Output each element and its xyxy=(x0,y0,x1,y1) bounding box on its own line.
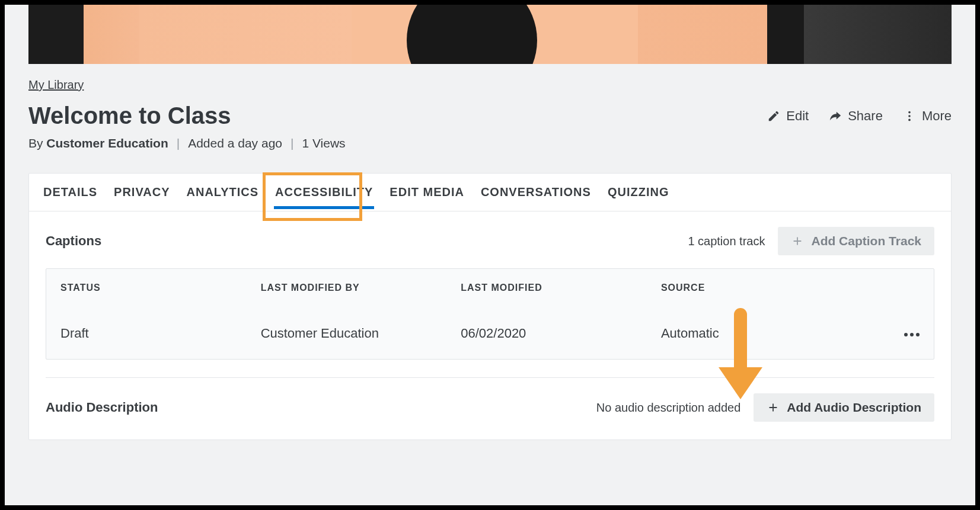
view-count: 1 Views xyxy=(302,136,345,150)
audio-description-heading: Audio Description xyxy=(46,400,158,415)
author-name: Customer Education xyxy=(46,136,168,150)
caption-track-count: 1 caption track xyxy=(688,235,765,248)
separator: | xyxy=(291,136,293,150)
svg-point-0 xyxy=(908,111,911,113)
col-modified-by: LAST MODIFIED BY xyxy=(261,283,461,293)
share-button[interactable]: Share xyxy=(829,108,883,124)
add-audio-description-button[interactable]: Add Audio Description xyxy=(754,393,934,422)
col-modified: LAST MODIFIED xyxy=(461,283,661,293)
tab-bar: Details Privacy Analytics Accessibility … xyxy=(29,174,951,211)
tab-privacy[interactable]: Privacy xyxy=(106,174,178,211)
add-caption-track-button[interactable]: Add Caption Track xyxy=(778,227,934,255)
header-actions: Edit Share More xyxy=(767,108,952,124)
video-thumbnail[interactable] xyxy=(28,5,952,64)
plus-icon xyxy=(791,235,804,248)
row-more-button[interactable] xyxy=(904,333,920,336)
plus-icon xyxy=(767,401,780,414)
tab-details[interactable]: Details xyxy=(35,174,106,211)
captions-table: STATUS LAST MODIFIED BY LAST MODIFIED SO… xyxy=(46,268,934,360)
captions-heading: Captions xyxy=(46,233,101,249)
tab-accessibility[interactable]: Accessibility xyxy=(267,174,381,211)
cell-status: Draft xyxy=(60,326,261,341)
svg-point-1 xyxy=(908,115,911,117)
audio-empty-text: No audio description added xyxy=(596,401,741,415)
edit-button[interactable]: Edit xyxy=(767,108,809,124)
add-caption-track-label: Add Caption Track xyxy=(811,234,921,248)
tab-edit-media[interactable]: Edit Media xyxy=(381,174,473,211)
share-label: Share xyxy=(848,108,883,124)
col-source: SOURCE xyxy=(661,283,878,293)
separator: | xyxy=(177,136,180,150)
breadcrumb-my-library[interactable]: My Library xyxy=(28,78,84,92)
by-prefix: By xyxy=(28,136,43,150)
share-arrow-icon xyxy=(829,110,842,123)
edit-label: Edit xyxy=(786,108,809,124)
meta-row: By Customer Education | Added a day ago … xyxy=(28,136,952,150)
page-title: Welcome to Class xyxy=(28,102,231,129)
more-label: More xyxy=(922,108,952,124)
col-status: STATUS xyxy=(60,283,261,293)
add-audio-description-label: Add Audio Description xyxy=(787,400,921,415)
more-button[interactable]: More xyxy=(903,108,952,124)
table-row[interactable]: Draft Customer Education 06/02/2020 Auto… xyxy=(46,307,934,359)
tab-analytics[interactable]: Analytics xyxy=(178,174,267,211)
more-vertical-icon xyxy=(903,110,916,123)
more-horizontal-icon xyxy=(904,333,908,336)
cell-modified: 06/02/2020 xyxy=(461,326,661,341)
cell-source: Automatic xyxy=(661,326,878,341)
content-panel: Details Privacy Analytics Accessibility … xyxy=(28,173,952,440)
added-time: Added a day ago xyxy=(188,136,282,150)
tab-quizzing[interactable]: Quizzing xyxy=(599,174,678,211)
pencil-icon xyxy=(767,110,780,123)
tab-conversations[interactable]: Conversations xyxy=(473,174,599,211)
svg-point-2 xyxy=(908,118,911,121)
cell-modified-by: Customer Education xyxy=(261,326,461,341)
